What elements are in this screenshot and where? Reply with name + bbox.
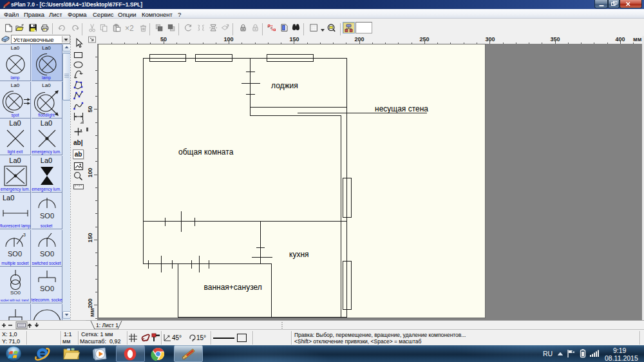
svg-text:3: 3 <box>23 233 26 237</box>
svg-text:SO0: SO0 <box>39 285 53 292</box>
svg-text:SO0: SO0 <box>8 250 22 258</box>
svg-text:SO0: SO0 <box>10 290 21 296</box>
svg-text:SO0: SO0 <box>39 212 53 220</box>
svg-text:SO0: SO0 <box>39 250 53 258</box>
